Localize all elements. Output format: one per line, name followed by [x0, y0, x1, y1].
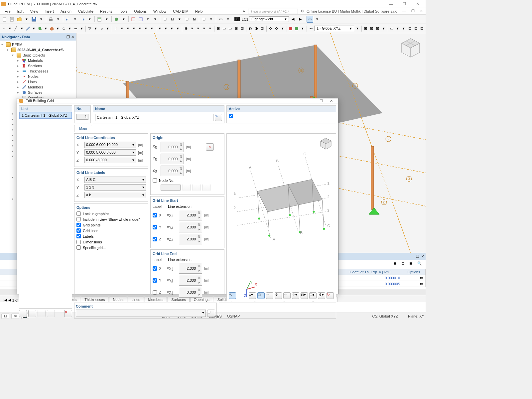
hinge-dropdown[interactable]: ▾ [105, 25, 110, 32]
member-dropdown[interactable]: ▾ [31, 25, 37, 32]
xform-4-button[interactable]: ▾ [207, 25, 213, 32]
grid-2-button[interactable]: ⊡ [369, 25, 374, 32]
report-button[interactable]: ▾ [55, 16, 62, 23]
opt-gridlines[interactable] [76, 228, 81, 233]
tool-8-button[interactable]: ▾ [176, 16, 183, 23]
tool-3-button[interactable] [137, 16, 144, 23]
line-dropdown[interactable]: ▾ [19, 25, 25, 32]
surface-dropdown[interactable]: ▾ [43, 25, 49, 32]
calc-button[interactable] [113, 16, 120, 23]
grid-preview[interactable]: ab 123 ABC ABC X Y Z ↖ [226, 133, 336, 301]
end-y-chk[interactable] [153, 278, 157, 283]
origin-z[interactable]: ⇅ ▸ [161, 166, 184, 176]
node-pick2[interactable] [193, 184, 200, 191]
node-dropdown[interactable]: ▾ [7, 25, 13, 32]
cs-button[interactable]: ⊹ [308, 25, 314, 32]
calculator-button[interactable] [96, 16, 103, 23]
tool-9-button[interactable]: ⊟ [184, 16, 190, 23]
mdi-restore-button[interactable]: ❐ [410, 9, 416, 13]
menu-file[interactable]: File [1, 9, 14, 14]
pv-b4[interactable]: ⊹ [275, 292, 282, 299]
render-1-button[interactable]: ◐ [248, 25, 253, 32]
menu-edit[interactable]: Edit [14, 9, 27, 14]
tool-6-button[interactable]: ⊞ [162, 16, 168, 23]
origin-pick-button[interactable]: ✕ [206, 143, 214, 151]
undo-dropdown[interactable]: ▾ [72, 16, 78, 23]
end-ey[interactable]: ⇅ ▸ [179, 275, 202, 286]
end-1-button[interactable]: ▭ [389, 25, 394, 32]
display-mode-button[interactable]: ▭ [307, 16, 313, 23]
pv-b3[interactable]: ⊹ [266, 292, 273, 299]
start-ex[interactable]: ⇅ ▸ [179, 210, 202, 220]
active-checkbox[interactable] [229, 114, 233, 118]
tool-7-button[interactable]: ⊡ [169, 16, 176, 23]
view-2-button[interactable]: ▭ [221, 25, 227, 32]
grid-list-item-1[interactable]: 1 Cartesian | 1 - Global XYZ [19, 112, 72, 119]
opt-include[interactable] [76, 217, 81, 221]
mdi-close-button[interactable]: ✕ [419, 9, 424, 13]
tool-12-button[interactable]: ▾ [208, 16, 214, 23]
node-button[interactable]: • [1, 25, 7, 32]
end-ex[interactable]: ⇅ ▸ [179, 263, 202, 274]
calc-dropdown[interactable]: ▾ [120, 16, 127, 23]
tool-10-button[interactable]: ⊠ [191, 16, 198, 23]
display-opt-button[interactable]: ▾ [314, 16, 321, 23]
open-button[interactable] [16, 16, 23, 23]
pv-reset-button[interactable]: ↻ [327, 292, 334, 299]
color-1-button[interactable] [288, 25, 293, 32]
tree-lines[interactable]: Lines [28, 80, 37, 84]
panel-t4[interactable]: 🔍 [417, 261, 424, 268]
menu-options[interactable]: Options [131, 9, 150, 14]
menu-results[interactable]: Results [97, 9, 116, 14]
panel-t2[interactable]: ⊡ [401, 261, 408, 268]
menu-calculate[interactable]: Calculate [75, 9, 97, 14]
tree-materials[interactable]: Materials [28, 59, 43, 63]
support-button[interactable]: ▽ [87, 25, 92, 32]
pv-b8[interactable]: ⊡▾ [309, 292, 317, 299]
list-b3[interactable] [38, 310, 46, 317]
sb-home-button[interactable]: ⊡ [1, 314, 9, 319]
xform-3-button[interactable]: ▾ [201, 25, 207, 32]
grid-4-button[interactable]: ▾ [381, 25, 386, 32]
start-ez[interactable]: ⇅ ▸ [179, 234, 202, 244]
pv-b7[interactable]: ⊡▾ [301, 292, 308, 299]
edit-2-button[interactable]: ▾ [163, 25, 169, 32]
lc-prev-button[interactable]: ◀ [290, 16, 296, 23]
no-input[interactable] [76, 114, 88, 120]
grid-3-button[interactable]: ⊡ [375, 25, 380, 32]
minimize-button[interactable]: — [384, 0, 398, 8]
tree-thickness[interactable]: Thicknesses [28, 69, 48, 73]
tree-sections[interactable]: Sections [28, 64, 42, 68]
start-x-chk[interactable] [153, 213, 157, 217]
print-button[interactable] [48, 16, 54, 23]
lineset-button[interactable]: ═ [73, 25, 78, 32]
tool-13-button[interactable]: ▭ [217, 16, 224, 23]
view-5-button[interactable]: ⊡ [239, 25, 245, 32]
name-edit-button[interactable]: ✎ [215, 114, 222, 121]
label-z-combo[interactable]: a b▾ [84, 192, 146, 198]
render-3-button[interactable]: ⊡ [260, 25, 265, 32]
edit-4-button[interactable]: ▾ [175, 25, 181, 32]
tool-5-button[interactable]: ▾ [152, 16, 159, 23]
menu-view[interactable]: View [27, 9, 42, 14]
mdi-minimize-button[interactable]: — [401, 9, 407, 13]
member-button[interactable] [25, 25, 31, 32]
redo-dropdown[interactable]: ▾ [86, 16, 93, 23]
lineset-dropdown[interactable]: ▾ [79, 25, 84, 32]
undo-button[interactable] [65, 16, 71, 23]
node-no-checkbox[interactable] [153, 178, 157, 183]
cs-opt-button[interactable]: ▾ [355, 25, 360, 32]
label-y-combo[interactable]: 1 2 3▾ [84, 184, 146, 191]
panel-dock-button[interactable]: ❐ [416, 254, 419, 259]
pv-b5[interactable]: ⊹ [283, 292, 291, 299]
menu-cadbim[interactable]: CAD-BIM [170, 9, 192, 14]
load-6-button[interactable]: ▾ [149, 25, 155, 32]
view-1-button[interactable]: ⊞ [216, 25, 221, 32]
settings-icon[interactable]: ⚙ [301, 9, 304, 13]
hinge-button[interactable]: ○ [99, 25, 104, 32]
keyword-search[interactable]: Type a keyword (Alt+Q) [248, 9, 298, 14]
edit-1-button[interactable]: ▾ [157, 25, 163, 32]
opt-labels[interactable] [76, 234, 81, 238]
coord-x-combo[interactable]: 0.000 6.000 10.000▾ [84, 142, 136, 148]
load-4-button[interactable]: ▾ [137, 25, 143, 32]
